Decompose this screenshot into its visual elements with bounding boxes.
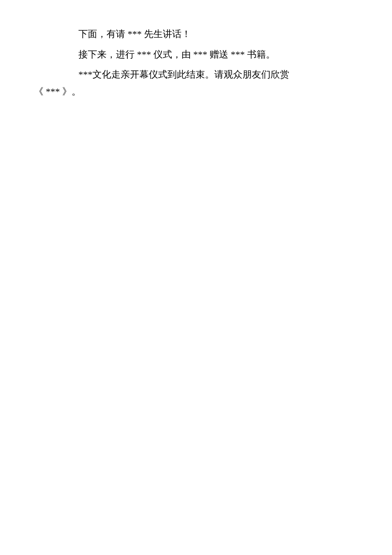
paragraph-3-text-part1: ***文化走亲开幕仪式到此结束。请观众朋友们欣赏 [78, 69, 289, 80]
paragraph-3: ***文化走亲开幕仪式到此结束。请观众朋友们欣赏 《 *** 》。 [60, 66, 358, 100]
paragraph-1: 下面，有请 *** 先生讲话！ [60, 26, 358, 43]
paragraph-3-line2: 《 *** 》。 [34, 83, 358, 100]
paragraph-3-line1: ***文化走亲开幕仪式到此结束。请观众朋友们欣赏 [60, 66, 358, 83]
content-area: 下面，有请 *** 先生讲话！ 接下来，进行 *** 仪式，由 *** 赠送 *… [34, 26, 358, 100]
paragraph-1-text: 下面，有请 *** 先生讲话！ [78, 29, 191, 39]
page: 下面，有请 *** 先生讲话！ 接下来，进行 *** 仪式，由 *** 赠送 *… [0, 0, 392, 555]
paragraph-3-text-part2: 《 *** 》。 [34, 86, 81, 97]
paragraph-2-text: 接下来，进行 *** 仪式，由 *** 赠送 *** 书籍。 [78, 49, 275, 60]
paragraph-2: 接下来，进行 *** 仪式，由 *** 赠送 *** 书籍。 [60, 46, 358, 63]
